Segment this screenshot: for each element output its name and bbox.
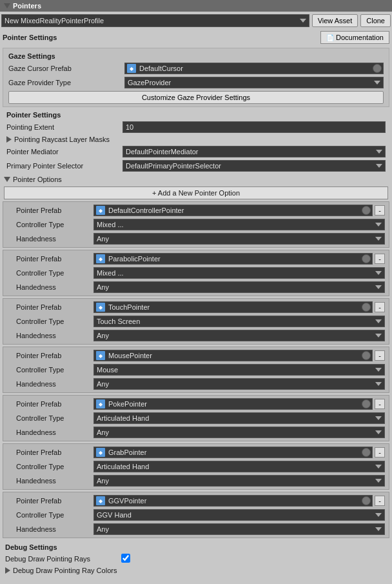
controller-type-label-1: Controller Type bbox=[16, 269, 93, 277]
pointing-extent-input[interactable] bbox=[122, 121, 386, 133]
pointer-option-group-4: Pointer Prefab ◆ PokePointer - Controlle… bbox=[3, 395, 389, 441]
handedness-select-3[interactable]: Any bbox=[93, 378, 385, 390]
remove-pointer-option-6[interactable]: - bbox=[375, 496, 385, 506]
gaze-cursor-prefab-value: DefaultCursor bbox=[138, 65, 371, 72]
remove-pointer-option-4[interactable]: - bbox=[375, 399, 385, 409]
handedness-select-5[interactable]: Any bbox=[93, 475, 385, 487]
remove-pointer-option-2[interactable]: - bbox=[375, 302, 385, 312]
pointer-prefab-object-6[interactable]: ◆ GGVPointer bbox=[93, 495, 373, 507]
pointer-prefab-icon-4: ◆ bbox=[96, 399, 105, 408]
pointer-mediator-select[interactable]: DefaultPointerMediator bbox=[122, 146, 386, 157]
controller-type-row-1: Controller Type Mixed ... bbox=[3, 266, 389, 280]
controller-type-field-4: Articulated Hand bbox=[93, 412, 385, 424]
remove-pointer-option-1[interactable]: - bbox=[375, 254, 385, 264]
handedness-select-6[interactable]: Any bbox=[93, 523, 385, 535]
pointer-prefab-object-4[interactable]: ◆ PokePointer bbox=[93, 398, 373, 410]
remove-pointer-option-0[interactable]: - bbox=[375, 205, 385, 216]
controller-type-label-3: Controller Type bbox=[16, 366, 93, 374]
pointer-prefab-object-3[interactable]: ◆ MousePointer bbox=[93, 350, 373, 361]
gaze-cursor-icon: ◆ bbox=[127, 64, 136, 73]
controller-type-select-0[interactable]: Mixed ... bbox=[93, 219, 385, 230]
handedness-label-4: Handedness bbox=[16, 428, 93, 436]
primary-pointer-selector-row: Primary Pointer Selector DefaultPrimaryP… bbox=[3, 159, 389, 173]
gaze-cursor-prefab-object[interactable]: ◆ DefaultCursor bbox=[124, 63, 384, 74]
pointer-prefab-icon-0: ◆ bbox=[96, 206, 105, 215]
pointer-prefab-field-group-4: ◆ PokePointer - bbox=[93, 398, 385, 410]
pointer-prefab-object-1[interactable]: ◆ ParabolicPointer bbox=[93, 253, 373, 265]
controller-type-select-6[interactable]: GGV Hand bbox=[93, 509, 385, 521]
pointer-prefab-row-1: Pointer Prefab ◆ ParabolicPointer - bbox=[3, 252, 389, 266]
pointer-prefab-row-5: Pointer Prefab ◆ GrabPointer - bbox=[3, 445, 389, 459]
pointer-options-title: Pointer Options bbox=[13, 176, 62, 183]
controller-type-field-3: Mouse bbox=[93, 364, 385, 376]
controller-type-select-1[interactable]: Mixed ... bbox=[93, 267, 385, 279]
pointer-prefab-circle-4[interactable] bbox=[362, 399, 371, 408]
panel-header: Pointers bbox=[0, 0, 392, 12]
debug-draw-ray-colors-row: Debug Draw Pointing Ray Colors bbox=[1, 565, 391, 576]
handedness-select-4[interactable]: Any bbox=[93, 427, 385, 438]
pointer-prefab-label-5: Pointer Prefab bbox=[16, 448, 93, 456]
customize-gaze-button[interactable]: Customize Gaze Provider Settings bbox=[8, 91, 384, 104]
controller-type-select-5[interactable]: Articulated Hand bbox=[93, 461, 385, 472]
pointer-prefab-circle-0[interactable] bbox=[362, 206, 371, 215]
controller-type-select-4[interactable]: Articulated Hand bbox=[93, 412, 385, 424]
gaze-settings-title: Gaze Settings bbox=[8, 52, 55, 60]
pointer-prefab-object-2[interactable]: ◆ TouchPointer bbox=[93, 301, 373, 313]
handedness-field-3: Any bbox=[93, 378, 385, 390]
gaze-provider-type-select[interactable]: GazeProvider bbox=[124, 77, 384, 88]
pointer-prefab-circle-2[interactable] bbox=[362, 303, 371, 312]
view-asset-button[interactable]: View Asset bbox=[312, 14, 358, 27]
pointer-option-group-0: Pointer Prefab ◆ DefaultControllerPointe… bbox=[3, 201, 389, 248]
controller-type-select-3[interactable]: Mouse bbox=[93, 364, 385, 376]
debug-draw-pointing-rays-label: Debug Draw Pointing Rays bbox=[5, 555, 121, 563]
primary-pointer-selector-select[interactable]: DefaultPrimaryPointerSelector bbox=[122, 160, 386, 172]
controller-type-row-3: Controller Type Mouse bbox=[3, 363, 389, 377]
handedness-field-5: Any bbox=[93, 475, 385, 487]
pointer-options-arrow[interactable] bbox=[4, 177, 10, 182]
pointer-prefab-object-0[interactable]: ◆ DefaultControllerPointer bbox=[93, 205, 373, 216]
handedness-select-2[interactable]: Any bbox=[93, 330, 385, 341]
pointer-prefab-value-2: TouchPointer bbox=[107, 303, 360, 311]
handedness-label-1: Handedness bbox=[16, 283, 93, 291]
handedness-field-1: Any bbox=[93, 281, 385, 293]
pointer-prefab-circle-1[interactable] bbox=[362, 254, 371, 263]
pointer-prefab-circle-6[interactable] bbox=[362, 496, 371, 505]
pointer-prefab-value-6: GGVPointer bbox=[107, 497, 360, 505]
pointer-prefab-field-group-1: ◆ ParabolicPointer - bbox=[93, 253, 385, 265]
handedness-row-3: Handedness Any bbox=[3, 377, 389, 391]
add-pointer-option-button[interactable]: + Add a New Pointer Option bbox=[4, 186, 388, 199]
pointing-raycast-row: Pointing Raycast Layer Masks bbox=[3, 134, 389, 145]
panel-collapse-arrow[interactable] bbox=[4, 3, 10, 8]
debug-draw-pointing-rays-checkbox[interactable] bbox=[121, 554, 130, 563]
handedness-select-1[interactable]: Any bbox=[93, 281, 385, 293]
pointing-raycast-arrow[interactable] bbox=[6, 136, 12, 143]
pointer-prefab-label-4: Pointer Prefab bbox=[16, 400, 93, 408]
remove-pointer-option-3[interactable]: - bbox=[375, 350, 385, 361]
debug-draw-pointing-rays-field bbox=[121, 554, 387, 564]
pointer-prefab-icon-1: ◆ bbox=[96, 254, 105, 263]
controller-type-select-2[interactable]: Touch Screen bbox=[93, 316, 385, 327]
remove-pointer-option-5[interactable]: - bbox=[375, 447, 385, 458]
gaze-cursor-prefab-row: Gaze Cursor Prefab ◆ DefaultCursor bbox=[5, 61, 387, 76]
pointer-settings-title: Pointer Settings bbox=[3, 34, 57, 41]
pointing-extent-label: Pointing Extent bbox=[6, 123, 122, 131]
gaze-cursor-circle-btn[interactable] bbox=[373, 64, 382, 73]
pointer-prefab-circle-5[interactable] bbox=[362, 448, 371, 457]
handedness-field-6: Any bbox=[93, 523, 385, 535]
pointing-raycast-label: Pointing Raycast Layer Masks bbox=[14, 136, 110, 143]
debug-draw-ray-colors-arrow[interactable] bbox=[5, 567, 10, 574]
pointer-prefab-circle-3[interactable] bbox=[362, 351, 371, 360]
profile-select[interactable]: New MixedRealityPointerProfile bbox=[1, 14, 309, 27]
debug-draw-ray-colors-label: Debug Draw Pointing Ray Colors bbox=[13, 567, 117, 574]
pointer-mediator-label: Pointer Mediator bbox=[6, 148, 122, 156]
pointer-prefab-label-2: Pointer Prefab bbox=[16, 303, 93, 311]
handedness-select-0[interactable]: Any bbox=[93, 233, 385, 245]
pointer-prefab-row-6: Pointer Prefab ◆ GGVPointer - bbox=[3, 494, 389, 508]
documentation-button[interactable]: 📄 Documentation bbox=[320, 31, 389, 44]
handedness-row-0: Handedness Any bbox=[3, 232, 389, 246]
clone-button[interactable]: Clone bbox=[360, 14, 391, 27]
handedness-row-5: Handedness Any bbox=[3, 474, 389, 488]
handedness-row-6: Handedness Any bbox=[3, 522, 389, 536]
pointer-prefab-object-5[interactable]: ◆ GrabPointer bbox=[93, 447, 373, 458]
pointer-prefab-row-0: Pointer Prefab ◆ DefaultControllerPointe… bbox=[3, 203, 389, 217]
